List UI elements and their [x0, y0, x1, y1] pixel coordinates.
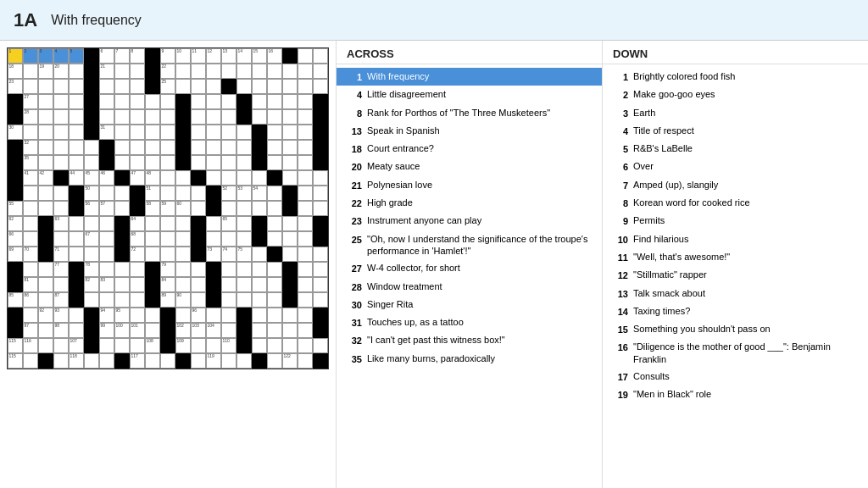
- grid-cell[interactable]: [267, 201, 282, 216]
- down-clue-item[interactable]: 17Consults: [603, 368, 868, 385]
- grid-cell[interactable]: [313, 308, 328, 323]
- grid-cell[interactable]: [8, 186, 23, 201]
- down-clue-list[interactable]: 1Brightly colored food fish2Make goo-goo…: [603, 64, 868, 488]
- grid-cell[interactable]: [175, 262, 191, 277]
- grid-cell[interactable]: [298, 353, 313, 369]
- grid-cell[interactable]: [252, 262, 267, 277]
- down-clue-item[interactable]: 4Title of respect: [603, 122, 868, 140]
- grid-cell[interactable]: [252, 216, 267, 231]
- grid-cell[interactable]: 21: [99, 64, 114, 79]
- grid-cell[interactable]: [8, 277, 23, 292]
- grid-cell[interactable]: [267, 79, 282, 94]
- grid-cell[interactable]: 75: [236, 247, 252, 262]
- grid-cell[interactable]: [99, 94, 114, 109]
- grid-cell[interactable]: 86: [23, 292, 38, 308]
- grid-cell[interactable]: 47: [130, 170, 145, 186]
- grid-cell[interactable]: [313, 231, 328, 247]
- grid-cell[interactable]: [236, 94, 252, 109]
- grid-cell[interactable]: [221, 201, 236, 216]
- grid-cell[interactable]: [175, 231, 191, 247]
- grid-cell[interactable]: [53, 231, 69, 247]
- grid-cell[interactable]: [84, 109, 99, 125]
- grid-cell[interactable]: [282, 277, 298, 292]
- grid-cell[interactable]: [160, 353, 175, 369]
- grid-cell[interactable]: [160, 94, 175, 109]
- grid-cell[interactable]: 51: [145, 186, 160, 201]
- grid-cell[interactable]: [221, 308, 236, 323]
- grid-cell[interactable]: [252, 170, 267, 186]
- grid-cell[interactable]: [298, 79, 313, 94]
- grid-cell[interactable]: [313, 353, 328, 369]
- grid-cell[interactable]: [252, 94, 267, 109]
- grid-cell[interactable]: [298, 262, 313, 277]
- grid-cell[interactable]: [38, 155, 53, 170]
- grid-cell[interactable]: 54: [252, 186, 267, 201]
- grid-cell[interactable]: [130, 125, 145, 140]
- grid-cell[interactable]: 69: [8, 247, 23, 262]
- grid-cell[interactable]: [8, 308, 23, 323]
- grid-cell[interactable]: [298, 155, 313, 170]
- down-clue-item[interactable]: 16"Diligence is the mother of good ___":…: [603, 338, 868, 368]
- grid-cell[interactable]: [236, 231, 252, 247]
- grid-cell[interactable]: 90: [175, 292, 191, 308]
- grid-cell[interactable]: [130, 201, 145, 216]
- grid-cell[interactable]: [38, 292, 53, 308]
- grid-cell[interactable]: [23, 64, 38, 79]
- grid-cell[interactable]: 23: [8, 79, 23, 94]
- grid-cell[interactable]: [99, 262, 114, 277]
- grid-cell[interactable]: [175, 247, 191, 262]
- down-clue-item[interactable]: 1Brightly colored food fish: [603, 68, 868, 86]
- grid-cell[interactable]: [84, 353, 99, 369]
- grid-cell[interactable]: [252, 247, 267, 262]
- grid-cell[interactable]: [145, 94, 160, 109]
- grid-cell[interactable]: [84, 64, 99, 79]
- grid-cell[interactable]: [84, 338, 99, 353]
- grid-cell[interactable]: [114, 186, 130, 201]
- grid-cell[interactable]: [298, 231, 313, 247]
- grid-cell[interactable]: [114, 170, 130, 186]
- grid-cell[interactable]: [267, 247, 282, 262]
- grid-cell[interactable]: [69, 125, 84, 140]
- grid-cell[interactable]: [191, 79, 206, 94]
- grid-cell[interactable]: 62: [8, 216, 23, 231]
- grid-cell[interactable]: [175, 216, 191, 231]
- grid-cell[interactable]: [313, 140, 328, 155]
- grid-cell[interactable]: 115: [8, 353, 23, 369]
- grid-cell[interactable]: [282, 308, 298, 323]
- grid-cell[interactable]: [221, 262, 236, 277]
- grid-cell[interactable]: 35: [23, 155, 38, 170]
- down-clue-item[interactable]: 12"Stillmatic" rapper: [603, 266, 868, 284]
- grid-cell[interactable]: [53, 277, 69, 292]
- grid-cell[interactable]: [267, 186, 282, 201]
- grid-cell[interactable]: [267, 338, 282, 353]
- grid-cell[interactable]: [160, 186, 175, 201]
- grid-cell[interactable]: [191, 277, 206, 292]
- grid-cell[interactable]: [313, 109, 328, 125]
- grid-cell[interactable]: [206, 186, 221, 201]
- grid-cell[interactable]: [191, 231, 206, 247]
- grid-cell[interactable]: [236, 353, 252, 369]
- grid-cell[interactable]: 11: [191, 48, 206, 64]
- grid-cell[interactable]: [298, 125, 313, 140]
- grid-cell[interactable]: [236, 79, 252, 94]
- grid-cell[interactable]: [282, 186, 298, 201]
- grid-cell[interactable]: [145, 231, 160, 247]
- grid-cell[interactable]: [69, 201, 84, 216]
- grid-cell[interactable]: [298, 308, 313, 323]
- grid-cell[interactable]: 4: [53, 48, 69, 64]
- down-clue-item[interactable]: 9Permits: [603, 212, 868, 230]
- grid-cell[interactable]: 44: [69, 170, 84, 186]
- grid-cell[interactable]: [38, 94, 53, 109]
- grid-cell[interactable]: [282, 170, 298, 186]
- grid-cell[interactable]: [175, 277, 191, 292]
- grid-cell[interactable]: [53, 140, 69, 155]
- across-clue-item[interactable]: 32"I can't get past this witness box!": [337, 331, 602, 349]
- grid-cell[interactable]: [236, 140, 252, 155]
- grid-cell[interactable]: [8, 140, 23, 155]
- grid-cell[interactable]: 57: [99, 201, 114, 216]
- grid-cell[interactable]: [99, 186, 114, 201]
- grid-cell[interactable]: [282, 262, 298, 277]
- grid-cell[interactable]: 118: [69, 353, 84, 369]
- grid-cell[interactable]: [191, 140, 206, 155]
- grid-cell[interactable]: [313, 64, 328, 79]
